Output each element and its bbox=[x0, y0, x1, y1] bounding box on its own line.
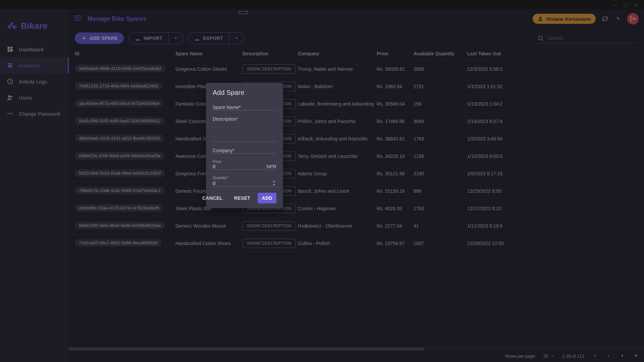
add-spare-dialog: Add Spare Spare Name* Description* Compa… bbox=[206, 83, 283, 208]
spare-name-label: Spare Name* bbox=[213, 105, 276, 110]
reset-button[interactable]: RESET bbox=[230, 193, 255, 203]
price-field[interactable]: Price 0 NPR bbox=[213, 160, 276, 170]
description-field[interactable]: Description* bbox=[213, 116, 276, 142]
price-label: Price bbox=[213, 160, 276, 164]
currency-label: NPR bbox=[266, 164, 276, 169]
description-label: Description* bbox=[213, 116, 276, 122]
company-field[interactable]: Company* bbox=[213, 148, 276, 154]
company-label: Company* bbox=[213, 148, 276, 153]
cancel-button[interactable]: CANCEL bbox=[198, 193, 227, 203]
spare-name-field[interactable]: Spare Name* bbox=[213, 105, 276, 110]
quantity-field[interactable]: Quantity* 0 bbox=[213, 176, 276, 187]
chevron-up-icon[interactable] bbox=[272, 180, 276, 183]
recorder-indicator bbox=[239, 11, 248, 14]
price-input[interactable]: 0 bbox=[213, 164, 215, 169]
add-button[interactable]: ADD bbox=[258, 193, 276, 203]
quantity-label: Quantity* bbox=[213, 176, 276, 180]
quantity-input[interactable]: 0 bbox=[213, 180, 215, 186]
modal-backdrop[interactable] bbox=[0, 0, 644, 362]
chevron-down-icon[interactable] bbox=[272, 183, 276, 186]
dialog-title: Add Spare bbox=[213, 89, 276, 97]
